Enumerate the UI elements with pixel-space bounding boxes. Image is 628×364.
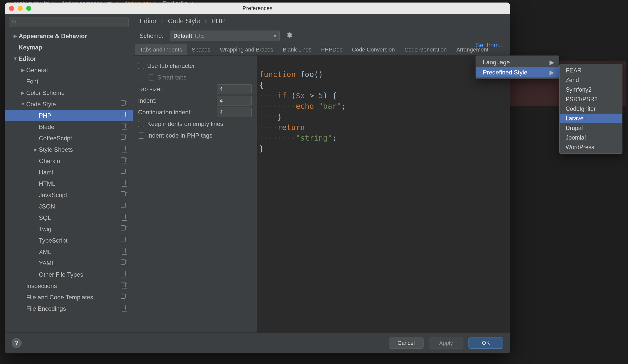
tree-item-label: Appearance & Behavior bbox=[19, 33, 87, 40]
tree-item-html[interactable]: HTML bbox=[5, 178, 133, 189]
tree-item-json[interactable]: JSON bbox=[5, 201, 133, 212]
tree-item-blade[interactable]: Blade bbox=[5, 121, 133, 133]
cont-indent-input[interactable]: 4 bbox=[217, 108, 252, 117]
tree-item-appearance-behavior[interactable]: ▶Appearance & Behavior bbox=[5, 30, 133, 42]
use-tab-row[interactable]: Use tab character bbox=[138, 60, 252, 72]
menu-item-predefined-style[interactable]: Predefined Style▶ bbox=[476, 67, 559, 77]
checkbox-keep-indents[interactable] bbox=[138, 121, 144, 127]
preferences-window: Preferences ▶Appearance & BehaviorKeymap… bbox=[5, 3, 510, 353]
gear-icon[interactable] bbox=[286, 32, 292, 40]
checkbox-use-tab[interactable] bbox=[138, 63, 144, 69]
search-input[interactable] bbox=[9, 17, 129, 27]
subcontent: Set from... Tabs and IndentsSpacesWrappi… bbox=[133, 44, 510, 332]
copy-icon bbox=[122, 249, 127, 255]
tab-wrapping-and-braces[interactable]: Wrapping and Braces bbox=[215, 44, 278, 55]
indent-code-row[interactable]: Indent code in PHP tags bbox=[138, 130, 252, 141]
scheme-label: Scheme: bbox=[140, 32, 164, 39]
tree-item-label: PHP bbox=[39, 112, 51, 119]
keep-indents-row[interactable]: Keep indents on empty lines bbox=[138, 118, 252, 130]
menu-item-pear[interactable]: PEAR bbox=[560, 66, 622, 75]
chevron-right-icon: ▶ bbox=[32, 147, 39, 152]
tree-item-label: YAML bbox=[39, 260, 55, 267]
crumb-code-style[interactable]: Code Style bbox=[168, 17, 200, 25]
scheme-select[interactable]: Default IDE ▾ bbox=[170, 31, 280, 41]
content-split: Use tab character Smart tabs Tab size: 4… bbox=[133, 56, 510, 332]
tree-item-inspections[interactable]: Inspections bbox=[5, 280, 133, 292]
chevron-right-icon: › bbox=[205, 17, 207, 25]
copy-icon bbox=[122, 170, 127, 175]
indent-label: Indent: bbox=[138, 97, 156, 104]
tree-item-php[interactable]: PHP bbox=[5, 110, 133, 121]
tree-item-typescript[interactable]: TypeScript bbox=[5, 235, 133, 246]
main-panel: Editor › Code Style › PHP Scheme: Defaul… bbox=[133, 14, 510, 332]
tree-item-file-and-code-templates[interactable]: File and Code Templates bbox=[5, 292, 133, 303]
tab-code-generation[interactable]: Code Generation bbox=[400, 44, 452, 55]
tree-item-label: Editor bbox=[19, 55, 36, 62]
tree-item-general[interactable]: ▶General bbox=[5, 64, 133, 76]
settings-tree[interactable]: ▶Appearance & BehaviorKeymap▼Editor▶Gene… bbox=[5, 29, 133, 332]
predefined-style-submenu[interactable]: PEARZendSymfony2PSR1/PSR2CodeIgniterLara… bbox=[559, 64, 622, 154]
tree-item-font[interactable]: Font bbox=[5, 76, 133, 87]
tree-item-haml[interactable]: Haml bbox=[5, 167, 133, 178]
indent-row: Indent: 4 bbox=[138, 95, 252, 107]
menu-item-wordpress[interactable]: WordPress bbox=[560, 142, 622, 152]
tree-item-twig[interactable]: Twig bbox=[5, 223, 133, 235]
tab-blank-lines[interactable]: Blank Lines bbox=[278, 44, 316, 55]
menu-item-laravel[interactable]: Laravel bbox=[560, 114, 622, 123]
tree-item-gherkin[interactable]: Gherkin bbox=[5, 155, 133, 167]
tree-item-keymap[interactable]: Keymap bbox=[5, 42, 133, 53]
tree-item-xml[interactable]: XML bbox=[5, 246, 133, 257]
titlebar: Preferences bbox=[5, 3, 510, 14]
tree-item-style-sheets[interactable]: ▶Style Sheets bbox=[5, 144, 133, 155]
chevron-down-icon: ▾ bbox=[274, 33, 276, 39]
checkbox-smart-tabs bbox=[148, 74, 154, 81]
apply-button[interactable]: Apply bbox=[429, 337, 463, 349]
tree-item-file-encodings[interactable]: File Encodings bbox=[5, 303, 133, 314]
close-icon[interactable] bbox=[9, 6, 14, 11]
menu-item-codeigniter[interactable]: CodeIgniter bbox=[560, 104, 622, 114]
set-from-link[interactable]: Set from... bbox=[476, 42, 504, 49]
tree-item-coffeescript[interactable]: CoffeeScript bbox=[5, 133, 133, 144]
menu-item-symfony2[interactable]: Symfony2 bbox=[560, 85, 622, 94]
menu-item-joomla-[interactable]: Joomla! bbox=[560, 133, 622, 142]
tree-item-label: XML bbox=[39, 248, 51, 255]
copy-icon bbox=[122, 238, 127, 243]
menu-item-language[interactable]: Language▶ bbox=[476, 57, 559, 67]
tab-tabs-and-indents[interactable]: Tabs and Indents bbox=[135, 44, 187, 55]
indent-input[interactable]: 4 bbox=[217, 96, 252, 106]
menu-item-drupal[interactable]: Drupal bbox=[560, 123, 622, 133]
tabs[interactable]: Tabs and IndentsSpacesWrapping and Brace… bbox=[133, 44, 510, 56]
tab-phpdoc[interactable]: PHPDoc bbox=[316, 44, 347, 55]
copy-icon bbox=[122, 181, 127, 187]
checkbox-indent-code[interactable] bbox=[138, 133, 144, 139]
tree-item-sql[interactable]: SQL bbox=[5, 212, 133, 223]
tree-item-other-file-types[interactable]: Other File Types bbox=[5, 269, 133, 280]
copy-icon bbox=[122, 283, 127, 289]
svg-point-0 bbox=[13, 20, 15, 23]
copy-icon bbox=[122, 113, 127, 118]
tree-item-color-scheme[interactable]: ▶Color Scheme bbox=[5, 87, 133, 98]
tree-item-javascript[interactable]: JavaScript bbox=[5, 189, 133, 201]
window-title: Preferences bbox=[243, 5, 273, 12]
tab-size-input[interactable]: 4 bbox=[217, 84, 252, 94]
set-from-menu[interactable]: Language▶Predefined Style▶ bbox=[476, 56, 559, 79]
tree-item-label: Keymap bbox=[19, 44, 42, 51]
copy-icon bbox=[122, 226, 127, 232]
tab-code-conversion[interactable]: Code Conversion bbox=[347, 44, 400, 55]
crumb-editor[interactable]: Editor bbox=[140, 17, 157, 25]
search-icon bbox=[12, 20, 17, 25]
menu-item-zend[interactable]: Zend bbox=[560, 75, 622, 85]
tree-item-yaml[interactable]: YAML bbox=[5, 257, 133, 269]
tab-spaces[interactable]: Spaces bbox=[187, 44, 215, 55]
cancel-button[interactable]: Cancel bbox=[389, 337, 424, 349]
zoom-icon[interactable] bbox=[26, 6, 31, 11]
tree-item-editor[interactable]: ▼Editor bbox=[5, 53, 133, 64]
traffic-lights[interactable] bbox=[9, 6, 31, 11]
help-button[interactable]: ? bbox=[12, 338, 22, 348]
tree-item-code-style[interactable]: ▼Code Style bbox=[5, 98, 133, 110]
tree-item-label: Color Scheme bbox=[26, 89, 65, 96]
menu-item-psr1-psr2[interactable]: PSR1/PSR2 bbox=[560, 94, 622, 104]
minimize-icon[interactable] bbox=[18, 6, 23, 11]
copy-icon bbox=[122, 295, 127, 300]
ok-button[interactable]: OK bbox=[468, 337, 503, 349]
